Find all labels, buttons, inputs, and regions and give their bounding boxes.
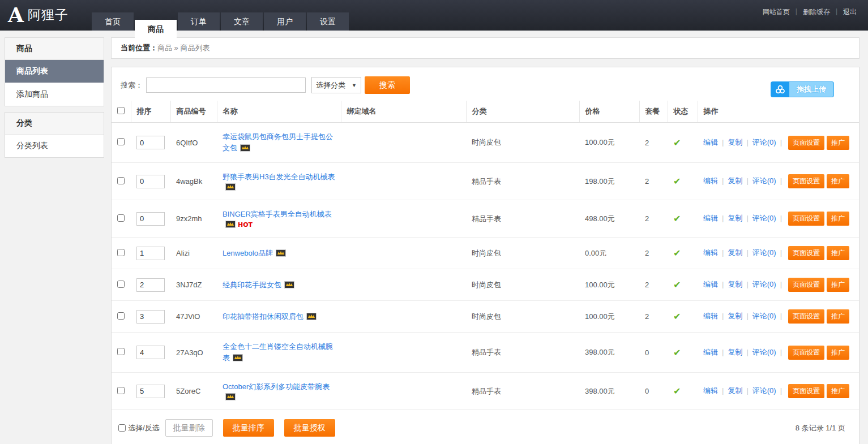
copy-link[interactable]: 复制 (728, 386, 742, 395)
promote-button[interactable]: 推广 (827, 174, 849, 188)
sidebar-header-categories: 分类 (5, 113, 104, 135)
table-row: 5ZoreC October幻影系列多功能皮带腕表HOT 精品手表 398.00… (112, 373, 859, 410)
nav-tab-products[interactable]: 商品 (135, 20, 177, 38)
edit-link[interactable]: 编辑 (703, 214, 718, 222)
logout-link[interactable]: 退出 (843, 7, 857, 17)
nav-tab-users[interactable]: 用户 (264, 12, 306, 31)
product-package: 2 (639, 123, 668, 163)
comment-link[interactable]: 评论(0) (752, 248, 776, 257)
comment-link[interactable]: 评论(0) (752, 348, 776, 356)
row-checkbox[interactable] (117, 312, 125, 320)
row-checkbox[interactable] (117, 348, 125, 355)
page-settings-button[interactable]: 页面设置 (788, 384, 824, 398)
sort-input[interactable] (136, 346, 165, 359)
nav-tab-articles[interactable]: 文章 (221, 12, 263, 31)
nav-tab-settings[interactable]: 设置 (307, 12, 349, 31)
row-checkbox[interactable] (117, 249, 125, 256)
sidebar-item-add-product[interactable]: 添加商品 (5, 83, 104, 106)
edit-link[interactable]: 编辑 (703, 280, 718, 288)
row-checkbox[interactable] (117, 281, 125, 288)
batch-sort-button[interactable]: 批量排序 (223, 419, 274, 437)
clear-cache-link[interactable]: 删除缓存 (803, 7, 830, 17)
action-separator: | (780, 312, 782, 320)
category-select-value: 选择分类 (316, 80, 345, 90)
bound-domain (341, 123, 466, 163)
copy-link[interactable]: 复制 (728, 312, 742, 320)
site-home-link[interactable]: 网站首页 (763, 7, 790, 17)
page-settings-button[interactable]: 页面设置 (788, 136, 824, 150)
drag-upload-button[interactable]: 拖拽上传 (771, 81, 834, 97)
edit-link[interactable]: 编辑 (703, 386, 718, 395)
copy-link[interactable]: 复制 (728, 280, 742, 288)
copy-link[interactable]: 复制 (728, 348, 742, 356)
edit-link[interactable]: 编辑 (703, 348, 718, 356)
row-checkbox[interactable] (117, 177, 125, 184)
comment-link[interactable]: 评论(0) (752, 280, 776, 288)
action-separator: | (746, 280, 748, 288)
sort-input[interactable] (136, 385, 165, 398)
product-name-link[interactable]: 印花抽带搭扣休闲双肩包 (223, 312, 303, 321)
select-all-checkbox[interactable] (117, 107, 125, 114)
category-select[interactable]: 选择分类 ▼ (311, 77, 361, 93)
comment-link[interactable]: 评论(0) (752, 138, 776, 146)
product-package: 2 (639, 238, 668, 269)
batch-auth-button[interactable]: 批量授权 (284, 419, 335, 437)
product-name-link[interactable]: October幻影系列多功能皮带腕表 (223, 382, 330, 391)
comment-link[interactable]: 评论(0) (752, 176, 776, 185)
nav-tab-orders[interactable]: 订单 (178, 12, 220, 31)
sidebar-item-category-list[interactable]: 分类列表 (5, 135, 104, 157)
page-settings-button[interactable]: 页面设置 (788, 278, 824, 292)
comment-link[interactable]: 评论(0) (752, 312, 776, 320)
sort-input[interactable] (136, 212, 165, 226)
sort-input[interactable] (136, 247, 165, 260)
promote-button[interactable]: 推广 (827, 384, 849, 398)
promote-button[interactable]: 推广 (827, 246, 849, 260)
copy-link[interactable]: 复制 (728, 214, 742, 222)
copy-link[interactable]: 复制 (728, 176, 742, 185)
sort-input[interactable] (136, 310, 165, 324)
comment-link[interactable]: 评论(0) (752, 214, 776, 222)
product-name-link[interactable]: Lenwebolo品牌 (223, 249, 273, 257)
page-settings-button[interactable]: 页面设置 (788, 309, 824, 324)
copy-link[interactable]: 复制 (728, 138, 742, 146)
promote-button[interactable]: 推广 (827, 346, 849, 360)
search-input[interactable] (146, 77, 306, 93)
page-settings-button[interactable]: 页面设置 (788, 246, 824, 260)
edit-link[interactable]: 编辑 (703, 176, 718, 185)
sort-input[interactable] (136, 278, 165, 292)
nav-tab-home[interactable]: 首页 (92, 12, 134, 31)
edit-link[interactable]: 编辑 (703, 312, 718, 320)
bound-domain (341, 238, 466, 269)
table-row: 4wagBk 野狼手表男H3自发光全自动机械表HOT 精品手表 198.00元 … (112, 163, 859, 200)
sort-input[interactable] (136, 136, 165, 149)
product-name-link[interactable]: 幸运袋鼠男包商务包男士手提包公文包 (223, 132, 333, 152)
edit-link[interactable]: 编辑 (703, 138, 718, 146)
product-name-link[interactable]: BINGER宾格手表男全自动机械表 (223, 210, 332, 218)
comment-link[interactable]: 评论(0) (752, 386, 776, 395)
product-name-link[interactable]: 野狼手表男H3自发光全自动机械表 (223, 173, 335, 181)
product-thumb-icon (284, 281, 294, 288)
table-row: 9zx2mh BINGER宾格手表男全自动机械表HOT 精品手表 498.00元… (112, 200, 859, 238)
edit-link[interactable]: 编辑 (703, 248, 718, 257)
copy-link[interactable]: 复制 (728, 248, 742, 257)
sort-input[interactable] (136, 175, 165, 188)
select-invert-checkbox[interactable] (118, 424, 126, 432)
select-invert-label[interactable]: 选择/反选 (128, 423, 160, 433)
page-settings-button[interactable]: 页面设置 (788, 174, 824, 188)
search-button[interactable]: 搜索 (365, 76, 410, 94)
promote-button[interactable]: 推广 (827, 212, 849, 226)
promote-button[interactable]: 推广 (827, 136, 849, 150)
row-checkbox[interactable] (117, 387, 125, 394)
row-checkbox[interactable] (117, 138, 125, 145)
row-checkbox[interactable] (117, 214, 125, 222)
action-separator: | (722, 280, 724, 288)
product-name-link[interactable]: 经典印花手提女包 (223, 281, 281, 289)
batch-delete-button[interactable]: 批量删除 (165, 419, 213, 437)
page-settings-button[interactable]: 页面设置 (788, 346, 824, 360)
promote-button[interactable]: 推广 (827, 309, 849, 324)
sidebar-item-product-list[interactable]: 商品列表 (5, 60, 104, 83)
sidebar-group-categories: 分类 分类列表 (5, 112, 104, 158)
page-settings-button[interactable]: 页面设置 (788, 212, 824, 226)
product-category: 精品手表 (466, 333, 579, 373)
promote-button[interactable]: 推广 (827, 278, 849, 292)
